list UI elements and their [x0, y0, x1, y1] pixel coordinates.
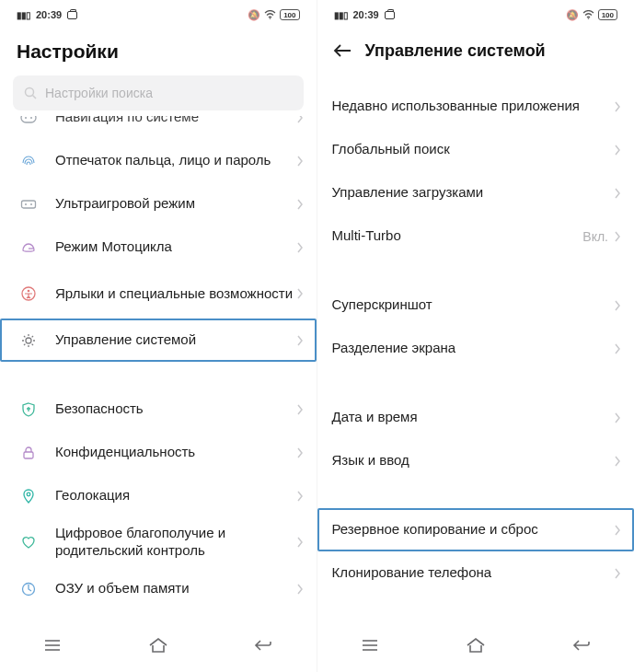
nav-back[interactable]: [554, 634, 609, 656]
row-recent-apps[interactable]: Недавно использованные приложения: [317, 85, 635, 128]
svg-point-7: [25, 203, 27, 205]
chevron-right-icon: [614, 101, 621, 112]
row-language-input[interactable]: Язык и ввод: [317, 439, 635, 482]
row-system-management[interactable]: Управление системой: [0, 319, 317, 362]
row-location[interactable]: Геолокация: [0, 474, 317, 517]
nav-back[interactable]: [236, 634, 291, 656]
chevron-right-icon: [296, 199, 304, 210]
status-bar: ▮▮▯ 20:39 🔕 100: [317, 6, 635, 24]
heart-icon: [17, 533, 40, 551]
row-label: ОЗУ и объем памяти: [55, 580, 296, 597]
accessibility-icon: [17, 284, 40, 303]
camera-icon: [385, 11, 395, 19]
dnd-icon: 🔕: [248, 9, 260, 21]
svg-rect-12: [24, 452, 33, 458]
row-system-navigation[interactable]: Навигация по системе: [0, 116, 317, 139]
svg-point-18: [587, 17, 589, 19]
helmet-icon: [17, 238, 40, 257]
chevron-right-icon: [296, 537, 304, 548]
row-download-management[interactable]: Управление загрузками: [317, 171, 635, 214]
chevron-right-icon: [614, 188, 621, 199]
chevron-right-icon: [614, 231, 621, 242]
row-digital-wellbeing[interactable]: Цифровое благополучие и родительский кон…: [0, 517, 317, 567]
chevron-right-icon: [614, 343, 621, 354]
row-label: Разделение экрана: [332, 340, 615, 357]
row-label: Отпечаток пальца, лицо и пароль: [55, 152, 296, 169]
navigation-icon: [17, 116, 40, 127]
nav-home[interactable]: [131, 634, 186, 656]
row-label: Недавно использованные приложения: [332, 98, 615, 115]
nav-home[interactable]: [448, 634, 503, 656]
status-time: 20:39: [36, 9, 62, 20]
row-label: Безопасность: [55, 400, 296, 418]
row-fingerprint[interactable]: Отпечаток пальца, лицо и пароль: [0, 139, 317, 182]
row-label: Клонирование телефона: [332, 564, 615, 582]
row-label: Ярлыки и специальные возможности: [55, 285, 296, 303]
row-phone-clone[interactable]: Клонирование телефона: [317, 551, 635, 595]
svg-point-11: [26, 338, 31, 343]
svg-point-13: [27, 492, 30, 496]
row-backup-reset[interactable]: Резервное копирование и сброс: [317, 508, 635, 551]
svg-point-5: [30, 117, 32, 119]
row-global-search[interactable]: Глобальный поиск: [317, 128, 635, 171]
row-multi-turbo[interactable]: Multi-Turbo Вкл.: [317, 214, 635, 258]
nav-recent[interactable]: [342, 634, 398, 656]
system-management-list: Недавно использованные приложения Глобал…: [317, 74, 635, 672]
dnd-icon: 🔕: [566, 9, 579, 21]
status-time: 20:39: [353, 9, 379, 20]
row-label: Дата и время: [332, 409, 615, 426]
row-privacy[interactable]: Конфиденциальность: [0, 431, 317, 474]
chevron-right-icon: [614, 568, 621, 579]
screen-system-management: ▮▮▯ 20:39 🔕 100 Управление системой Неда…: [317, 0, 635, 672]
row-date-time[interactable]: Дата и время: [317, 396, 635, 439]
row-ultra-game[interactable]: Ультраигровой режим: [0, 182, 317, 226]
chevron-right-icon: [296, 491, 304, 502]
chevron-right-icon: [296, 116, 304, 123]
page-title: Управление системой: [365, 41, 546, 61]
nav-bar: [0, 631, 317, 659]
wifi-icon: [264, 10, 276, 19]
row-motorcycle[interactable]: Режим Мотоцикла: [0, 226, 317, 269]
row-label: Управление загрузками: [332, 184, 615, 202]
row-split-screen[interactable]: Разделение экрана: [317, 327, 635, 370]
chevron-right-icon: [296, 404, 304, 415]
svg-point-4: [25, 117, 27, 119]
gamepad-icon: [17, 195, 40, 214]
row-ram-storage[interactable]: ОЗУ и объем памяти: [0, 567, 317, 610]
svg-point-8: [30, 203, 32, 205]
chevron-right-icon: [296, 447, 304, 458]
chevron-right-icon: [614, 412, 621, 423]
battery-indicator: 100: [598, 9, 617, 20]
row-label: Суперскриншот: [332, 296, 615, 314]
gear-icon: [17, 331, 40, 350]
row-label: Навигация по системе: [55, 116, 296, 126]
svg-line-2: [33, 95, 37, 98]
chevron-right-icon: [296, 335, 304, 346]
chevron-right-icon: [614, 456, 621, 467]
back-button[interactable]: [332, 41, 352, 61]
svg-rect-6: [22, 201, 36, 208]
row-label: Управление системой: [55, 331, 296, 349]
camera-icon: [67, 11, 77, 19]
row-shortcuts-accessibility[interactable]: Ярлыки и специальные возможности: [0, 269, 317, 319]
signal-icon: ▮▮▯: [334, 10, 348, 20]
search-input[interactable]: Настройки поиска: [13, 75, 304, 110]
nav-recent[interactable]: [25, 634, 80, 656]
row-label: Ультраигровой режим: [55, 195, 296, 213]
storage-icon: [17, 580, 40, 598]
page-title: Настройки: [0, 24, 317, 75]
row-value: Вкл.: [582, 229, 608, 244]
chevron-right-icon: [614, 300, 621, 311]
row-security[interactable]: Безопасность: [0, 388, 317, 431]
row-label: Геолокация: [55, 487, 296, 504]
chevron-right-icon: [296, 156, 304, 167]
chevron-right-icon: [296, 242, 304, 253]
nav-bar: [317, 631, 635, 659]
screen-settings: ▮▮▯ 20:39 🔕 100 Настройки Настройки поис…: [0, 0, 317, 672]
lock-icon: [17, 444, 40, 462]
row-label: Глобальный поиск: [332, 141, 615, 158]
search-placeholder: Настройки поиска: [45, 86, 153, 100]
shield-icon: [17, 400, 40, 419]
row-super-screenshot[interactable]: Суперскриншот: [317, 284, 635, 327]
chevron-right-icon: [296, 584, 304, 595]
